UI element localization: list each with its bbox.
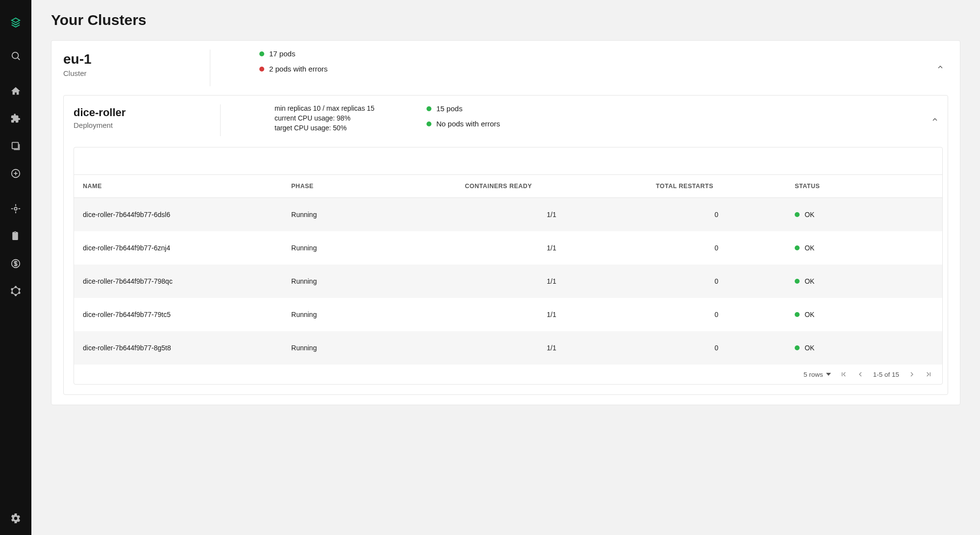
pod-phase-cell: Running xyxy=(282,265,456,298)
pod-restarts-cell: 0 xyxy=(647,198,786,232)
status-dot-ok-icon xyxy=(795,345,800,350)
gear-icon[interactable] xyxy=(6,509,25,528)
deployment-name: dice-roller xyxy=(74,106,220,119)
pods-table-header-row: NAME PHASE CONTAINERS READY TOTAL RESTAR… xyxy=(74,175,942,198)
table-row[interactable]: dice-roller-7b644f9b77-8g5t8Running1/10O… xyxy=(74,331,942,365)
table-row[interactable]: dice-roller-7b644f9b77-798qcRunning1/10O… xyxy=(74,265,942,298)
deployment-error-status: No pods with errors xyxy=(436,120,500,128)
pod-phase-cell: Running xyxy=(282,298,456,331)
svg-line-1 xyxy=(18,58,20,60)
cluster-error-status: 2 pods with errors xyxy=(269,65,327,73)
svg-point-13 xyxy=(15,286,17,288)
svg-point-17 xyxy=(11,292,13,293)
pod-status-text: OK xyxy=(804,244,814,252)
pods-table: NAME PHASE CONTAINERS READY TOTAL RESTAR… xyxy=(74,175,942,365)
rows-per-page-label: 5 rows xyxy=(804,371,823,378)
col-header-ready[interactable]: CONTAINERS READY xyxy=(456,175,647,198)
svg-point-15 xyxy=(19,292,20,293)
pod-ready-cell: 1/1 xyxy=(456,265,647,298)
first-page-button[interactable] xyxy=(840,370,848,378)
prev-page-button[interactable] xyxy=(856,370,864,378)
pods-table-wrap: NAME PHASE CONTAINERS READY TOTAL RESTAR… xyxy=(74,147,943,385)
pod-status-cell: OK xyxy=(786,331,942,365)
pod-ready-cell: 1/1 xyxy=(456,298,647,331)
pod-status-text: OK xyxy=(804,211,814,219)
replicas-line: min replicas 10 / max replicas 15 xyxy=(275,104,427,112)
pod-name-cell: dice-roller-7b644f9b77-6dsl6 xyxy=(74,198,282,232)
dollar-icon[interactable] xyxy=(6,254,25,273)
deployment-id-block: dice-roller Deployment xyxy=(74,104,221,136)
svg-point-0 xyxy=(12,52,19,59)
pod-restarts-cell: 0 xyxy=(647,231,786,265)
target-icon[interactable] xyxy=(6,199,25,219)
deployment-card: dice-roller Deployment min replicas 10 /… xyxy=(63,95,948,395)
col-header-status[interactable]: STATUS xyxy=(786,175,942,198)
pagination: 5 rows 1-5 of 15 xyxy=(74,365,942,384)
col-header-phase[interactable]: PHASE xyxy=(282,175,456,198)
pod-status-text: OK xyxy=(804,277,814,285)
status-dot-ok-icon xyxy=(795,312,800,317)
pod-restarts-cell: 0 xyxy=(647,331,786,365)
svg-point-16 xyxy=(15,294,17,296)
main-content: Your Clusters eu-1 Cluster 17 pods 2 pod… xyxy=(31,0,980,535)
status-dot-ok-icon xyxy=(795,245,800,250)
cluster-error-status-line: 2 pods with errors xyxy=(259,65,932,73)
pod-name-cell: dice-roller-7b644f9b77-798qc xyxy=(74,265,282,298)
chevron-down-icon xyxy=(826,372,831,377)
cluster-pods-status-line: 17 pods xyxy=(259,49,932,58)
status-dot-ok-icon xyxy=(795,212,800,217)
pod-name-cell: dice-roller-7b644f9b77-8g5t8 xyxy=(74,331,282,365)
deployment-pods-status-line: 15 pods xyxy=(427,104,927,113)
page-title: Your Clusters xyxy=(51,12,960,28)
cluster-type-label: Cluster xyxy=(63,69,210,77)
cluster-name: eu-1 xyxy=(63,51,210,67)
pod-status-text: OK xyxy=(804,311,814,318)
home-icon[interactable] xyxy=(6,81,25,101)
next-page-button[interactable] xyxy=(908,370,916,378)
target-cpu-line: target CPU usage: 50% xyxy=(275,124,427,132)
deployment-status-block: 15 pods No pods with errors xyxy=(427,104,927,128)
pod-name-cell: dice-roller-7b644f9b77-79tc5 xyxy=(74,298,282,331)
pod-phase-cell: Running xyxy=(282,198,456,232)
svg-point-18 xyxy=(11,289,13,290)
cluster-stats: 17 pods 2 pods with errors xyxy=(210,49,932,73)
pod-ready-cell: 1/1 xyxy=(456,231,647,265)
rows-per-page-select[interactable]: 5 rows xyxy=(804,371,831,378)
pod-status-cell: OK xyxy=(786,231,942,265)
add-circle-icon[interactable] xyxy=(6,164,25,183)
table-row[interactable]: dice-roller-7b644f9b77-6dsl6Running1/10O… xyxy=(74,198,942,232)
status-dot-ok-icon xyxy=(795,279,800,284)
deployment-cpu-block: min replicas 10 / max replicas 15 curren… xyxy=(221,104,427,132)
extension-icon[interactable] xyxy=(6,109,25,128)
collapse-cluster-button[interactable] xyxy=(932,59,948,77)
pod-ready-cell: 1/1 xyxy=(456,198,647,232)
svg-rect-2 xyxy=(12,143,19,149)
library-icon[interactable] xyxy=(6,136,25,156)
graphql-icon[interactable] xyxy=(6,281,25,301)
pod-status-cell: OK xyxy=(786,298,942,331)
pods-table-body: dice-roller-7b644f9b77-6dsl6Running1/10O… xyxy=(74,198,942,365)
col-header-restarts[interactable]: TOTAL RESTARTS xyxy=(647,175,786,198)
last-page-button[interactable] xyxy=(925,370,932,378)
pod-status-cell: OK xyxy=(786,198,942,232)
col-header-name[interactable]: NAME xyxy=(74,175,282,198)
pod-phase-cell: Running xyxy=(282,231,456,265)
table-row[interactable]: dice-roller-7b644f9b77-6znj4Running1/10O… xyxy=(74,231,942,265)
collapse-deployment-button[interactable] xyxy=(927,112,943,129)
table-row[interactable]: dice-roller-7b644f9b77-79tc5Running1/10O… xyxy=(74,298,942,331)
pod-restarts-cell: 0 xyxy=(647,298,786,331)
pod-phase-cell: Running xyxy=(282,331,456,365)
clipboard-icon[interactable] xyxy=(6,226,25,246)
status-dot-ok-icon xyxy=(427,106,431,111)
deployment-header: dice-roller Deployment min replicas 10 /… xyxy=(74,104,943,136)
cluster-pods-status: 17 pods xyxy=(269,49,295,58)
pod-name-cell: dice-roller-7b644f9b77-6znj4 xyxy=(74,231,282,265)
search-icon[interactable] xyxy=(6,46,25,66)
deployment-pods-status: 15 pods xyxy=(436,104,462,113)
deployment-type-label: Deployment xyxy=(74,121,220,129)
logo-icon[interactable] xyxy=(6,13,25,32)
deployment-error-status-line: No pods with errors xyxy=(427,120,927,128)
svg-marker-12 xyxy=(12,287,20,295)
cluster-card: eu-1 Cluster 17 pods 2 pods with errors xyxy=(51,40,960,405)
status-dot-ok-icon xyxy=(427,122,431,126)
